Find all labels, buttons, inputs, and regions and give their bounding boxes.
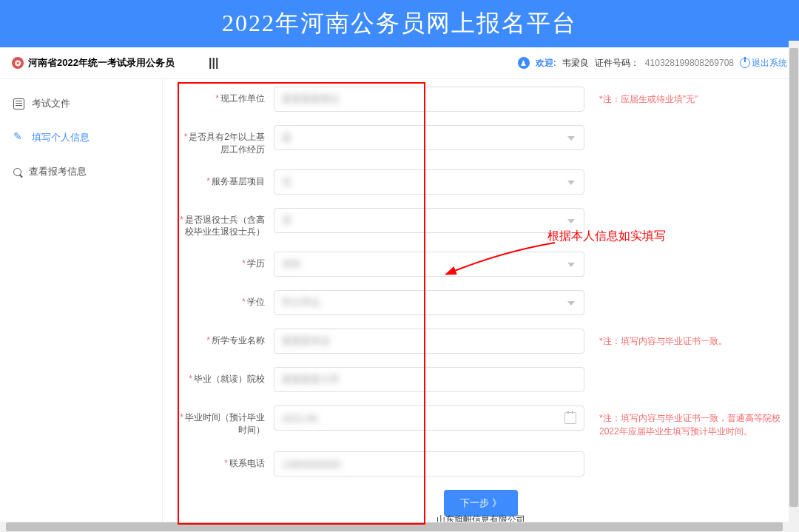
top-bar: ✪ 河南省2022年统一考试录用公务员 ||| ♟ 欢迎: 韦梁良 证件号码： … [0,47,799,79]
field-note: *注：应届生或待业填"无" [584,87,784,106]
field-note: *注：填写内容与毕业证书一致。 [584,329,784,348]
field-note [584,125,784,131]
sidebar-item-files[interactable]: 考试文件 [0,87,162,121]
field-note [584,451,784,457]
calendar-icon [564,412,576,424]
field-note [584,367,784,373]
exam-title: 河南省2022年统一考试录用公务员 [28,56,175,70]
field-label: *学历 [178,252,274,270]
field-note: *注：填写内容与毕业证书一致，普通高等院校2022年应届毕业生填写预计毕业时间。 [584,405,784,438]
badge-icon: ✪ [12,57,24,69]
field-label: *毕业（就读）院校 [178,367,274,385]
user-icon: ♟ [518,57,530,69]
form-row: *毕业时间（预计毕业时间）2022-06*注：填写内容与毕业证书一致，普通高等院… [178,405,784,438]
field-label: *是否退役士兵（含高校毕业生退役士兵） [178,208,274,239]
user-name: 韦梁良 [562,57,589,70]
text-input[interactable]: 某某某某单位 [274,87,584,112]
id-number: 410328199808269708 [645,58,734,68]
next-step-button[interactable]: 下一步 》 [444,490,518,516]
topbar-left: ✪ 河南省2022年统一考试录用公务员 ||| [12,56,218,70]
text-input[interactable]: 某某某专业 [274,329,584,354]
welcome-label: 欢迎: [536,57,556,70]
date-input[interactable]: 2022-06 [274,405,584,431]
form-row: *服务基层项目无 [178,169,784,195]
sidebar-item-label: 考试文件 [32,97,70,110]
field-note [584,252,784,257]
form-row: *现工作单位某某某某单位*注：应届生或待业填"无" [178,87,784,112]
main-area: 考试文件 填写个人信息 查看报考信息 根据本人信息如实填写 *现工作单位某某某某… [0,79,799,532]
horizontal-scrollbar[interactable] [0,522,799,532]
vertical-scrollbar[interactable] [789,41,799,522]
button-row: 下一步 》 [178,490,784,516]
field-note [584,208,784,214]
field-label: *所学专业名称 [178,329,274,347]
text-input[interactable]: 13800000000 [274,451,584,477]
sidebar: 考试文件 填写个人信息 查看报考信息 [0,79,163,532]
document-icon [13,98,24,110]
select-input[interactable]: 本科 [274,252,584,277]
content-area: 根据本人信息如实填写 *现工作单位某某某某单位*注：应届生或待业填"无"*是否具… [163,79,799,532]
form-row: *学位学士学位 [178,290,784,315]
select-input[interactable]: 无 [274,169,584,195]
select-input[interactable]: 否 [274,208,584,233]
field-label: *现工作单位 [178,87,274,105]
form-row: *联系电话13800000000 [178,451,784,477]
topbar-right: ♟ 欢迎: 韦梁良 证件号码： 410328199808269708 退出系统 [518,57,787,70]
select-input[interactable]: 是 [274,125,584,150]
search-icon [13,168,21,176]
sidebar-item-label: 填写个人信息 [32,131,90,144]
field-label: *毕业时间（预计毕业时间） [178,405,274,437]
sidebar-item-view-application[interactable]: 查看报考信息 [0,155,162,189]
field-label: *服务基层项目 [178,169,274,188]
field-label: *联系电话 [178,451,274,470]
field-label: *学位 [178,290,274,309]
form-row: *毕业（就读）院校某某某某大学 [178,367,784,392]
form-row: *是否退役士兵（含高校毕业生退役士兵）否 [178,208,784,239]
power-icon [740,58,750,68]
menu-toggle-icon[interactable]: ||| [209,56,218,70]
select-input[interactable]: 学士学位 [274,290,584,315]
form-row: *学历本科 [178,252,784,277]
sidebar-item-label: 查看报考信息 [29,165,87,178]
field-note [584,169,784,175]
id-label: 证件号码： [595,57,639,70]
field-note [584,290,784,296]
text-input[interactable]: 某某某某大学 [274,367,584,392]
field-label: *是否具有2年以上基层工作经历 [178,125,274,156]
page-banner: 2022年河南公务员网上报名平台 [0,0,799,47]
form-row: *是否具有2年以上基层工作经历是 [178,125,784,156]
form-row: *所学专业名称某某某专业*注：填写内容与毕业证书一致。 [178,329,784,354]
sidebar-item-personal-info[interactable]: 填写个人信息 [0,121,162,155]
edit-icon [13,132,24,144]
logout-link[interactable]: 退出系统 [740,57,787,70]
